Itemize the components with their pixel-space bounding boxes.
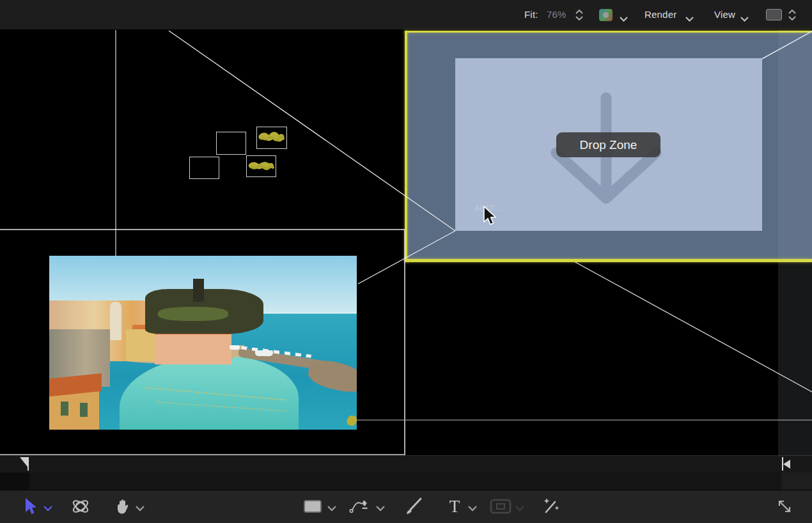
hand-icon xyxy=(114,497,132,516)
render-chevron-down-icon[interactable] xyxy=(685,13,694,24)
photo-window-1 xyxy=(61,402,68,416)
motion-canvas-window: Fit: 76% Render View xyxy=(0,0,812,523)
out-of-frame-tint xyxy=(778,31,812,262)
render-menu[interactable]: Render xyxy=(644,9,676,20)
tool-bar: T xyxy=(0,490,812,523)
drop-zone-object[interactable]: Drop Zone A067… xyxy=(405,31,812,262)
display-stepper-icon[interactable] xyxy=(788,10,796,20)
select-tool-chevron-icon[interactable] xyxy=(43,503,52,514)
expand-diagonal-icon xyxy=(775,497,794,516)
timeline-mini-track[interactable] xyxy=(0,472,812,490)
image-mask-tool-button xyxy=(490,496,511,517)
out-marker-flag-icon xyxy=(783,460,790,469)
photo-castle-tower xyxy=(193,279,204,302)
track-trailing-block xyxy=(781,472,812,490)
view-chevron-down-icon[interactable] xyxy=(740,13,749,24)
selection-border-left xyxy=(405,31,407,262)
track-leading-block xyxy=(0,472,29,490)
zoom-level-value[interactable]: 76% xyxy=(547,9,566,20)
media-layer-photo[interactable] xyxy=(49,256,357,430)
drop-zone-badge: Drop Zone xyxy=(556,132,660,157)
play-range-strip[interactable] xyxy=(0,456,812,472)
in-marker-flag-icon xyxy=(20,457,27,467)
paint-brush-icon xyxy=(403,496,425,517)
zoom-stepper-icon[interactable] xyxy=(575,10,583,20)
mini-layer-rect-4[interactable] xyxy=(246,155,276,177)
scribble-annotation xyxy=(257,127,285,147)
pan-tool-button[interactable] xyxy=(112,496,134,517)
drop-zone-label: Drop Zone xyxy=(580,138,637,152)
text-tool-chevron-icon[interactable] xyxy=(468,503,477,514)
scribble-annotation xyxy=(247,156,275,175)
photo-yellow-building xyxy=(126,329,155,361)
canvas-toolbar: Fit: 76% Render View xyxy=(0,0,812,30)
color-swatch-icon[interactable] xyxy=(599,9,613,21)
photo-boat-1 xyxy=(230,345,240,350)
mini-layer-rect-3[interactable] xyxy=(189,157,219,179)
drop-zone-target-area[interactable]: Drop Zone A067… xyxy=(455,58,762,231)
image-mask-icon xyxy=(490,499,511,514)
magic-wand-icon xyxy=(541,496,561,517)
view-menu[interactable]: View xyxy=(714,9,735,20)
text-tool-icon: T xyxy=(449,498,460,515)
pan-tool-chevron-icon[interactable] xyxy=(136,503,144,514)
canvas-viewport[interactable]: Drop Zone A067… xyxy=(0,30,812,456)
transform-3d-tool-button[interactable] xyxy=(70,496,91,517)
mini-layer-rect-2[interactable] xyxy=(256,127,287,149)
photo-boat-2 xyxy=(255,350,273,356)
selection-border-top xyxy=(405,31,812,33)
photo-window-2 xyxy=(80,403,88,417)
rectangle-tool-chevron-icon[interactable] xyxy=(327,503,336,514)
display-select-icon[interactable] xyxy=(766,9,782,20)
mini-layer-rect-1[interactable] xyxy=(216,132,246,155)
expand-view-button[interactable] xyxy=(774,496,795,517)
mac-arrow-cursor xyxy=(483,206,498,226)
bezier-tool-chevron-icon[interactable] xyxy=(376,503,385,514)
bezier-tool-button[interactable] xyxy=(349,496,371,517)
swatch-dot-icon xyxy=(603,12,609,18)
bezier-pen-icon xyxy=(349,496,371,517)
orbit-icon xyxy=(70,496,91,517)
play-range-in-marker[interactable] xyxy=(27,457,29,471)
photo-church-tower xyxy=(110,302,121,340)
select-arrow-icon xyxy=(23,497,37,516)
swatch-chevron-down-icon[interactable] xyxy=(620,13,628,24)
adjust-tool-button[interactable] xyxy=(540,496,562,517)
fit-label: Fit: xyxy=(524,9,538,20)
photo-hill-green xyxy=(158,307,228,321)
text-tool-button[interactable]: T xyxy=(444,496,465,517)
photo-big-building xyxy=(155,331,231,364)
brush-tool-button[interactable] xyxy=(403,496,425,517)
rectangle-icon xyxy=(303,499,322,514)
selection-border-bottom xyxy=(405,259,812,262)
select-tool-button[interactable] xyxy=(19,496,41,517)
image-mask-chevron-icon xyxy=(515,503,524,514)
rectangle-tool-button[interactable] xyxy=(302,496,324,517)
